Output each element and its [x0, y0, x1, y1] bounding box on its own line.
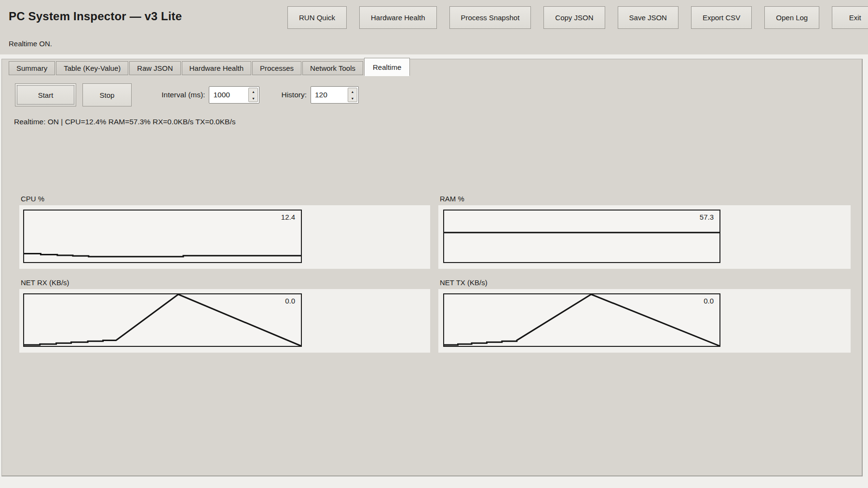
net-tx-chart-cell: NET TX (KB/s) 0.0: [438, 278, 851, 353]
ram-current-value: 57.3: [700, 213, 714, 221]
chart-line-svg: [24, 294, 301, 346]
toolbar: RUN QuickHardware HealthProcess Snapshot…: [287, 6, 868, 29]
net-tx-chart: 0.0: [443, 293, 720, 347]
down-arrow-icon: ▼: [351, 97, 354, 100]
chart-line-svg: [444, 294, 719, 346]
ram-chart-title: RAM %: [440, 195, 851, 203]
chart-line-svg: [444, 211, 719, 262]
net-tx-chart-panel: 0.0: [438, 289, 851, 353]
toolbar-button[interactable]: Save JSON: [618, 6, 678, 29]
toolbar-button[interactable]: RUN Quick: [287, 6, 347, 29]
ram-chart-cell: RAM % 57.3: [438, 195, 851, 269]
toolbar-button[interactable]: Hardware Health: [359, 6, 437, 29]
tab-bar: SummaryTable (Key-Value)Raw JSONHardware…: [9, 59, 411, 75]
stop-button[interactable]: Stop: [82, 83, 132, 106]
realtime-controls: Start Stop Interval (ms): 1000 ▲ ▼ Histo…: [15, 83, 359, 107]
history-value[interactable]: 120: [311, 87, 348, 103]
tab[interactable]: Hardware Health: [182, 61, 252, 75]
history-spinbox[interactable]: 120 ▲ ▼: [311, 86, 359, 104]
cpu-chart-title: CPU %: [21, 195, 430, 203]
start-button[interactable]: Start: [15, 83, 76, 106]
spin-down-button[interactable]: ▼: [249, 95, 258, 102]
toolbar-button[interactable]: Open Log: [764, 6, 819, 29]
toolbar-button[interactable]: Copy JSON: [543, 6, 605, 29]
header-status-text: Realtime ON.: [9, 40, 52, 48]
toolbar-button[interactable]: Export CSV: [691, 6, 752, 29]
ram-chart-panel: 57.3: [438, 205, 851, 269]
interval-label: Interval (ms):: [162, 91, 205, 99]
net-tx-chart-title: NET TX (KB/s): [440, 278, 851, 287]
header: PC System Inspector — v3 Lite RUN QuickH…: [0, 0, 868, 54]
history-spin-buttons: ▲ ▼: [348, 88, 357, 102]
toolbar-button[interactable]: Process Snapshot: [449, 6, 531, 29]
net-rx-chart-panel: 0.0: [19, 289, 430, 353]
interval-value[interactable]: 1000: [209, 87, 248, 103]
net-tx-current-value: 0.0: [704, 297, 714, 305]
tab[interactable]: Table (Key-Value): [56, 61, 128, 75]
realtime-status-line: Realtime: ON | CPU=12.4% RAM=57.3% RX=0.…: [14, 118, 235, 126]
spin-down-button[interactable]: ▼: [348, 95, 357, 102]
net-rx-chart-cell: NET RX (KB/s) 0.0: [19, 278, 430, 353]
notebook-frame: SummaryTable (Key-Value)Raw JSONHardware…: [1, 59, 863, 476]
spin-up-button[interactable]: ▲: [249, 88, 258, 95]
tab[interactable]: Realtime: [364, 58, 410, 76]
chart-line-svg: [24, 211, 301, 262]
net-rx-chart-title: NET RX (KB/s): [21, 278, 430, 287]
interval-spin-buttons: ▲ ▼: [248, 88, 258, 102]
tab[interactable]: Network Tools: [302, 61, 363, 75]
ram-chart: 57.3: [443, 210, 720, 263]
up-arrow-icon: ▲: [351, 90, 354, 93]
net-rx-current-value: 0.0: [285, 297, 295, 305]
spin-up-button[interactable]: ▲: [348, 88, 357, 95]
app-title: PC System Inspector — v3 Lite: [9, 10, 182, 23]
up-arrow-icon: ▲: [252, 90, 255, 93]
chart-line: [444, 294, 719, 346]
chart-line: [24, 253, 301, 256]
interval-spinbox[interactable]: 1000 ▲ ▼: [209, 86, 259, 104]
toolbar-button[interactable]: Exit: [832, 6, 868, 29]
chart-line: [24, 294, 301, 346]
cpu-current-value: 12.4: [281, 213, 295, 221]
tab[interactable]: Raw JSON: [129, 61, 180, 75]
tab[interactable]: Summary: [9, 61, 55, 75]
cpu-chart: 12.4: [23, 210, 302, 263]
tab[interactable]: Processes: [252, 61, 301, 75]
down-arrow-icon: ▼: [252, 97, 255, 100]
cpu-chart-cell: CPU % 12.4: [19, 195, 430, 269]
net-rx-chart: 0.0: [23, 293, 302, 347]
history-label: History:: [281, 91, 307, 99]
cpu-chart-panel: 12.4: [19, 205, 430, 269]
